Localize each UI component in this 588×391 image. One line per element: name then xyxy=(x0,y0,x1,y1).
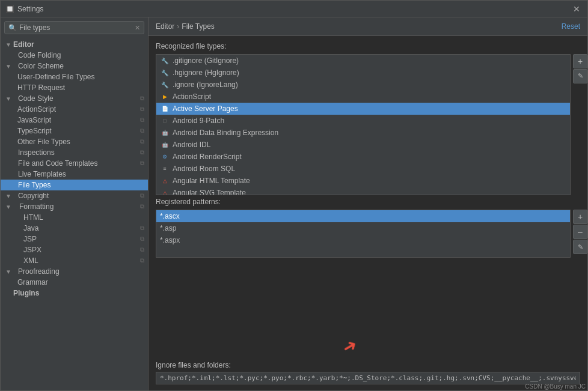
sidebar-item-user-defined-file-types[interactable]: User-Defined File Types xyxy=(1,71,148,82)
sidebar-item-http-request[interactable]: HTTP Request xyxy=(1,82,148,93)
sidebar-item-jsp[interactable]: JSP ⧉ xyxy=(1,234,148,244)
copy-icon: ⧉ xyxy=(140,203,144,210)
sidebar-item-inspections[interactable]: Inspections ⧉ xyxy=(1,147,148,158)
file-icon: ⚙ xyxy=(160,152,170,162)
sidebar-item-label: Inspections xyxy=(18,148,140,157)
ignore-input[interactable] xyxy=(156,372,580,384)
list-item[interactable]: 🔧 .ignore (IgnoreLang) xyxy=(156,79,570,91)
arrow-icon: ▼ xyxy=(5,268,11,275)
sidebar-item-color-scheme[interactable]: ▼ Color Scheme xyxy=(1,61,148,71)
sidebar-item-label: Editor xyxy=(13,40,144,49)
patterns-list[interactable]: *.ascx *.asp *.aspx xyxy=(156,210,571,258)
pattern-side-buttons: + – ✎ xyxy=(573,210,587,258)
list-item-label: Android 9-Patch xyxy=(173,117,224,125)
list-item[interactable]: ▶ ActionScript xyxy=(156,91,570,103)
sidebar-item-label: Code Style xyxy=(18,94,140,103)
breadcrumb-current: File Types xyxy=(182,22,214,31)
list-item[interactable]: 🔧 .hgignore (HgIgnore) xyxy=(156,67,570,79)
copy-icon: ⧉ xyxy=(140,117,144,124)
edit-pattern-button[interactable]: ✎ xyxy=(573,240,587,254)
file-icon: △ xyxy=(160,176,170,186)
sidebar-item-typescript[interactable]: TypeScript ⧉ xyxy=(1,126,148,136)
remove-pattern-button[interactable]: – xyxy=(573,225,587,239)
search-icon: 🔍 xyxy=(8,24,17,32)
reset-button[interactable]: Reset xyxy=(562,22,580,31)
ignore-section: Ignore files and folders: xyxy=(156,355,580,384)
add-pattern-button[interactable]: + xyxy=(573,210,587,224)
search-box[interactable]: 🔍 ✕ xyxy=(4,21,144,34)
sidebar-item-java[interactable]: Java ⧉ xyxy=(1,223,148,234)
sidebar-item-other-file-types[interactable]: Other File Types ⧉ xyxy=(1,136,148,147)
sidebar-item-actionscript[interactable]: ActionScript ⧉ xyxy=(1,104,148,115)
list-item-label: Android Room SQL xyxy=(173,165,235,173)
sidebar-item-jspx[interactable]: JSPX ⧉ xyxy=(1,244,148,255)
sidebar-item-proofreading[interactable]: ▼ Proofreading xyxy=(1,266,148,277)
sidebar-item-label: Other File Types xyxy=(17,138,140,146)
copy-icon: ⧉ xyxy=(140,95,144,102)
close-button[interactable]: ✕ xyxy=(571,4,583,14)
patterns-row: *.ascx *.asp *.aspx + – ✎ xyxy=(156,210,587,258)
panel-body: Recognized file types: 🔧 .gitignore (Git… xyxy=(149,36,587,390)
list-item[interactable]: 🤖 Android IDL xyxy=(156,139,570,151)
sidebar-item-file-types[interactable]: File Types xyxy=(1,180,148,190)
sidebar-item-label: ActionScript xyxy=(17,105,140,114)
registered-patterns-section: Registered patterns: *.ascx *.asp *.aspx… xyxy=(156,198,587,258)
list-item-label: Angular SVG Template xyxy=(173,189,246,195)
list-item-label: Angular HTML Template xyxy=(173,177,250,185)
watermark: CSDN @Busy man JC xyxy=(525,383,586,390)
sidebar-item-xml[interactable]: XML ⧉ xyxy=(1,255,148,266)
sidebar-item-file-code-templates[interactable]: File and Code Templates ⧉ xyxy=(1,158,148,169)
pattern-item-aspx[interactable]: *.aspx xyxy=(156,234,570,246)
copy-icon: ⧉ xyxy=(140,160,144,167)
sidebar-item-live-templates[interactable]: Live Templates xyxy=(1,169,148,180)
arrow-icon: ▼ xyxy=(5,204,11,210)
right-panel: Editor › File Types Reset Recognized fil… xyxy=(149,17,587,390)
list-item[interactable]: 🤖 Android Data Binding Expression xyxy=(156,127,570,139)
sidebar-item-grammar[interactable]: Grammar xyxy=(1,277,148,288)
sidebar-item-code-folding[interactable]: Code Folding xyxy=(1,50,148,61)
sidebar-item-label: JavaScript xyxy=(17,116,140,124)
file-icon: 🔧 xyxy=(160,80,170,89)
sidebar-item-label: Grammar xyxy=(17,278,144,286)
list-item[interactable]: ⚙ Android RenderScript xyxy=(156,151,570,163)
breadcrumb-separator: › xyxy=(177,22,179,31)
sidebar-item-formatting[interactable]: ▼ Formatting ⧉ xyxy=(1,201,148,212)
sidebar-item-html[interactable]: HTML xyxy=(1,212,148,223)
breadcrumb-parent: Editor xyxy=(156,22,174,31)
file-icon: 📄 xyxy=(160,104,170,114)
file-icon: □ xyxy=(160,116,170,126)
search-clear-button[interactable]: ✕ xyxy=(135,24,140,32)
list-item-label: .gitignore (GitIgnore) xyxy=(173,56,239,65)
list-item-label: ActionScript xyxy=(173,92,211,101)
list-item[interactable]: △ Angular HTML Template xyxy=(156,175,570,187)
copy-icon: ⧉ xyxy=(140,235,144,243)
window-title: Settings xyxy=(17,5,571,13)
add-file-type-button[interactable]: + xyxy=(573,54,587,68)
sidebar-item-label: Copyright xyxy=(18,192,140,200)
file-icon: 🔧 xyxy=(160,56,170,65)
sidebar-item-copyright[interactable]: ▼ Copyright ⧉ xyxy=(1,190,148,201)
list-item-active-server-pages[interactable]: 📄 Active Server Pages xyxy=(156,103,570,115)
list-item[interactable]: □ Android 9-Patch xyxy=(156,115,570,127)
list-item[interactable]: 🔧 .gitignore (GitIgnore) xyxy=(156,55,570,67)
file-types-list[interactable]: 🔧 .gitignore (GitIgnore) 🔧 .hgignore (Hg… xyxy=(156,54,571,195)
list-item[interactable]: ≡ Android Room SQL xyxy=(156,163,570,175)
list-item-label: Active Server Pages xyxy=(173,105,238,113)
copy-icon: ⧉ xyxy=(140,127,144,135)
registered-patterns-label: Registered patterns: xyxy=(156,198,587,206)
settings-window: 🔲 Settings ✕ 🔍 ✕ ▼ Editor Code Folding xyxy=(0,0,588,391)
pattern-item-asp[interactable]: *.asp xyxy=(156,222,570,234)
edit-file-type-button[interactable]: ✎ xyxy=(573,69,587,83)
sidebar-item-plugins[interactable]: Plugins xyxy=(1,288,148,299)
sidebar-item-label: TypeScript xyxy=(17,127,140,135)
file-icon: 🔧 xyxy=(160,68,170,77)
sidebar-item-javascript[interactable]: JavaScript ⧉ xyxy=(1,115,148,126)
copy-icon: ⧉ xyxy=(140,225,144,232)
search-input[interactable] xyxy=(19,23,135,32)
pattern-item-ascx[interactable]: *.ascx xyxy=(156,210,570,222)
sidebar-item-code-style[interactable]: ▼ Code Style ⧉ xyxy=(1,93,148,104)
app-icon: 🔲 xyxy=(5,5,14,13)
list-item[interactable]: △ Angular SVG Template xyxy=(156,187,570,195)
sidebar-item-editor[interactable]: ▼ Editor xyxy=(1,39,148,50)
list-item-label: Android Data Binding Expression xyxy=(173,129,278,137)
